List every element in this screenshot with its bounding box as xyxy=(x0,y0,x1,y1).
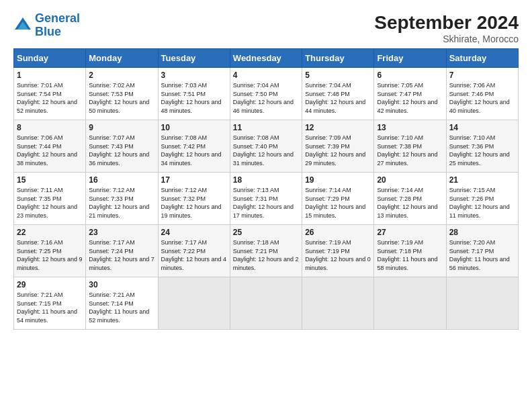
day-number: 2 xyxy=(89,71,154,80)
day-detail: Sunrise: 7:21 AMSunset: 7:14 PMDaylight:… xyxy=(89,291,154,324)
day-number: 26 xyxy=(305,228,371,237)
calendar-cell: 20Sunrise: 7:14 AMSunset: 7:28 PMDayligh… xyxy=(374,173,446,225)
calendar-cell: 3Sunrise: 7:03 AMSunset: 7:51 PMDaylight… xyxy=(158,68,230,120)
day-number: 27 xyxy=(377,228,443,237)
calendar-cell xyxy=(302,277,374,330)
day-detail: Sunrise: 7:11 AMSunset: 7:35 PMDaylight:… xyxy=(17,186,83,220)
calendar-cell: 11Sunrise: 7:08 AMSunset: 7:40 PMDayligh… xyxy=(230,120,302,173)
day-number: 14 xyxy=(449,123,515,132)
calendar-cell: 13Sunrise: 7:10 AMSunset: 7:38 PMDayligh… xyxy=(374,120,446,173)
calendar-cell: 8Sunrise: 7:06 AMSunset: 7:44 PMDaylight… xyxy=(14,120,86,173)
day-number: 4 xyxy=(233,71,299,80)
day-number: 16 xyxy=(89,175,154,185)
month-title: September 2024 xyxy=(374,12,519,34)
calendar-cell: 9Sunrise: 7:07 AMSunset: 7:43 PMDaylight… xyxy=(86,120,158,173)
day-number: 1 xyxy=(17,71,83,80)
calendar-cell: 12Sunrise: 7:09 AMSunset: 7:39 PMDayligh… xyxy=(302,120,374,173)
calendar-cell: 26Sunrise: 7:19 AMSunset: 7:19 PMDayligh… xyxy=(302,225,374,277)
day-detail: Sunrise: 7:16 AMSunset: 7:25 PMDaylight:… xyxy=(17,238,83,272)
day-detail: Sunrise: 7:09 AMSunset: 7:39 PMDaylight:… xyxy=(305,134,371,167)
calendar-cell: 15Sunrise: 7:11 AMSunset: 7:35 PMDayligh… xyxy=(14,173,86,225)
day-detail: Sunrise: 7:12 AMSunset: 7:33 PMDaylight:… xyxy=(89,186,154,220)
calendar-week-5: 29Sunrise: 7:21 AMSunset: 7:15 PMDayligh… xyxy=(14,277,519,330)
day-number: 13 xyxy=(377,123,443,132)
day-detail: Sunrise: 7:03 AMSunset: 7:51 PMDaylight:… xyxy=(161,81,227,115)
day-detail: Sunrise: 7:15 AMSunset: 7:26 PMDaylight:… xyxy=(449,186,515,220)
day-number: 24 xyxy=(161,228,227,237)
day-detail: Sunrise: 7:14 AMSunset: 7:29 PMDaylight:… xyxy=(305,186,371,220)
calendar-week-4: 22Sunrise: 7:16 AMSunset: 7:25 PMDayligh… xyxy=(14,225,519,277)
day-detail: Sunrise: 7:19 AMSunset: 7:18 PMDaylight:… xyxy=(377,238,443,272)
header-cell-thursday: Thursday xyxy=(302,49,374,68)
calendar-cell xyxy=(446,277,518,330)
calendar-cell: 19Sunrise: 7:14 AMSunset: 7:29 PMDayligh… xyxy=(302,173,374,225)
location: Skhirate, Morocco xyxy=(374,34,519,44)
day-number: 10 xyxy=(161,123,227,132)
day-detail: Sunrise: 7:20 AMSunset: 7:17 PMDaylight:… xyxy=(449,238,515,272)
calendar-cell: 10Sunrise: 7:08 AMSunset: 7:42 PMDayligh… xyxy=(158,120,230,173)
day-number: 19 xyxy=(305,175,371,185)
day-number: 30 xyxy=(89,280,154,289)
calendar-cell: 16Sunrise: 7:12 AMSunset: 7:33 PMDayligh… xyxy=(86,173,158,225)
calendar-cell: 4Sunrise: 7:04 AMSunset: 7:50 PMDaylight… xyxy=(230,68,302,120)
day-detail: Sunrise: 7:12 AMSunset: 7:32 PMDaylight:… xyxy=(161,186,227,220)
day-detail: Sunrise: 7:06 AMSunset: 7:46 PMDaylight:… xyxy=(449,81,515,115)
calendar-cell xyxy=(158,277,230,330)
calendar-cell: 23Sunrise: 7:17 AMSunset: 7:24 PMDayligh… xyxy=(86,225,158,277)
day-detail: Sunrise: 7:04 AMSunset: 7:48 PMDaylight:… xyxy=(305,81,371,115)
logo-text: General Blue xyxy=(35,12,80,39)
calendar-cell xyxy=(374,277,446,330)
day-number: 21 xyxy=(449,175,515,185)
day-detail: Sunrise: 7:13 AMSunset: 7:31 PMDaylight:… xyxy=(233,186,299,220)
day-number: 18 xyxy=(233,175,299,185)
day-number: 8 xyxy=(17,123,83,132)
calendar-cell: 14Sunrise: 7:10 AMSunset: 7:36 PMDayligh… xyxy=(446,120,518,173)
day-number: 3 xyxy=(161,71,227,80)
day-number: 29 xyxy=(17,280,83,289)
day-detail: Sunrise: 7:21 AMSunset: 7:15 PMDaylight:… xyxy=(17,291,83,324)
day-number: 23 xyxy=(89,228,154,237)
logo-general: General xyxy=(35,11,80,25)
header-cell-wednesday: Wednesday xyxy=(230,49,302,68)
calendar-cell: 28Sunrise: 7:20 AMSunset: 7:17 PMDayligh… xyxy=(446,225,518,277)
day-number: 20 xyxy=(377,175,443,185)
day-detail: Sunrise: 7:10 AMSunset: 7:36 PMDaylight:… xyxy=(449,134,515,167)
day-number: 9 xyxy=(89,123,154,132)
calendar-cell: 6Sunrise: 7:05 AMSunset: 7:47 PMDaylight… xyxy=(374,68,446,120)
header-cell-friday: Friday xyxy=(374,49,446,68)
calendar-cell: 1Sunrise: 7:01 AMSunset: 7:54 PMDaylight… xyxy=(14,68,86,120)
day-detail: Sunrise: 7:14 AMSunset: 7:28 PMDaylight:… xyxy=(377,186,443,220)
day-detail: Sunrise: 7:17 AMSunset: 7:24 PMDaylight:… xyxy=(89,238,154,272)
calendar-cell: 18Sunrise: 7:13 AMSunset: 7:31 PMDayligh… xyxy=(230,173,302,225)
day-number: 28 xyxy=(449,228,515,237)
calendar-cell: 24Sunrise: 7:17 AMSunset: 7:22 PMDayligh… xyxy=(158,225,230,277)
calendar-cell: 22Sunrise: 7:16 AMSunset: 7:25 PMDayligh… xyxy=(14,225,86,277)
calendar-cell: 30Sunrise: 7:21 AMSunset: 7:14 PMDayligh… xyxy=(86,277,158,330)
calendar-week-1: 1Sunrise: 7:01 AMSunset: 7:54 PMDaylight… xyxy=(14,68,519,120)
calendar-table: SundayMondayTuesdayWednesdayThursdayFrid… xyxy=(13,48,519,330)
calendar-cell: 7Sunrise: 7:06 AMSunset: 7:46 PMDaylight… xyxy=(446,68,518,120)
calendar-cell: 25Sunrise: 7:18 AMSunset: 7:21 PMDayligh… xyxy=(230,225,302,277)
calendar-cell: 2Sunrise: 7:02 AMSunset: 7:53 PMDaylight… xyxy=(86,68,158,120)
day-detail: Sunrise: 7:02 AMSunset: 7:53 PMDaylight:… xyxy=(89,81,154,115)
day-number: 5 xyxy=(305,71,371,80)
header-cell-monday: Monday xyxy=(86,49,158,68)
logo-blue: Blue xyxy=(35,25,61,38)
day-number: 22 xyxy=(17,228,83,237)
calendar-header: SundayMondayTuesdayWednesdayThursdayFrid… xyxy=(14,49,519,68)
calendar-cell: 29Sunrise: 7:21 AMSunset: 7:15 PMDayligh… xyxy=(14,277,86,330)
day-number: 11 xyxy=(233,123,299,132)
calendar-cell: 5Sunrise: 7:04 AMSunset: 7:48 PMDaylight… xyxy=(302,68,374,120)
day-number: 15 xyxy=(17,175,83,185)
day-number: 7 xyxy=(449,71,515,80)
day-number: 6 xyxy=(377,71,443,80)
calendar-body: 1Sunrise: 7:01 AMSunset: 7:54 PMDaylight… xyxy=(14,68,519,330)
logo: General Blue xyxy=(13,12,80,39)
calendar-cell xyxy=(230,277,302,330)
day-detail: Sunrise: 7:06 AMSunset: 7:44 PMDaylight:… xyxy=(17,134,83,167)
day-detail: Sunrise: 7:17 AMSunset: 7:22 PMDaylight:… xyxy=(161,238,227,272)
calendar-cell: 27Sunrise: 7:19 AMSunset: 7:18 PMDayligh… xyxy=(374,225,446,277)
calendar-cell: 17Sunrise: 7:12 AMSunset: 7:32 PMDayligh… xyxy=(158,173,230,225)
day-detail: Sunrise: 7:08 AMSunset: 7:40 PMDaylight:… xyxy=(233,134,299,167)
day-detail: Sunrise: 7:07 AMSunset: 7:43 PMDaylight:… xyxy=(89,134,154,167)
